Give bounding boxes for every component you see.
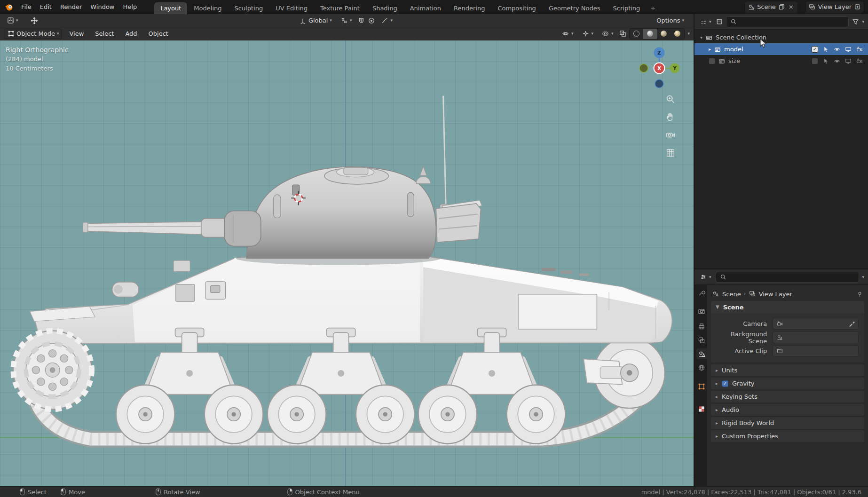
shading-options-chevron[interactable]: ▾ xyxy=(687,32,690,36)
camera-field[interactable] xyxy=(773,318,859,330)
render-disable-camera-icon[interactable] xyxy=(856,46,863,53)
disclosure-icon[interactable]: ▸ xyxy=(709,47,711,52)
transform-orientation-dropdown[interactable]: Global ▾ xyxy=(296,16,335,25)
outliner-row-scene-collection[interactable]: ▾ Scene Collection xyxy=(694,32,868,43)
workspace-tab-scripting[interactable]: Scripting xyxy=(607,2,647,14)
properties-search-input[interactable] xyxy=(730,273,856,281)
scene-name[interactable]: Scene xyxy=(757,3,776,10)
new-view-layer-icon[interactable] xyxy=(854,3,861,10)
hide-eye-icon[interactable] xyxy=(833,57,841,65)
menu-render[interactable]: Render xyxy=(56,1,86,12)
render-disable-camera-icon[interactable] xyxy=(856,57,863,65)
navigation-gizmo[interactable]: Z Y X xyxy=(637,46,681,90)
filter-funnel-icon[interactable] xyxy=(852,18,859,25)
display-mode-icon[interactable] xyxy=(716,18,723,25)
rendered-shading-button[interactable] xyxy=(671,29,684,39)
workspace-tab-layout[interactable]: Layout xyxy=(154,2,187,14)
viewport-canvas[interactable]: Right Orthographic (284) model 10 Centim… xyxy=(0,40,694,486)
workspace-tab-compositing[interactable]: Compositing xyxy=(491,2,542,14)
menu-window[interactable]: Window xyxy=(86,1,118,12)
exclude-checkbox[interactable] xyxy=(812,58,818,64)
outliner-row-model[interactable]: ▸ model ✓ xyxy=(694,43,868,55)
workspace-tab-rendering[interactable]: Rendering xyxy=(448,2,491,14)
exclude-checkbox[interactable]: ✓ xyxy=(812,46,818,53)
add-workspace-button[interactable]: + xyxy=(647,2,659,14)
mode-dropdown[interactable]: Object Mode ▾ xyxy=(4,29,62,39)
outliner-search-input[interactable] xyxy=(740,18,845,26)
workspace-tab-sculpting[interactable]: Sculpting xyxy=(228,2,269,14)
active-clip-field[interactable] xyxy=(773,345,859,357)
tab-render[interactable] xyxy=(696,306,707,316)
breadcrumb-view-layer[interactable]: View Layer xyxy=(759,291,792,298)
background-scene-field[interactable] xyxy=(773,331,859,343)
menu-select[interactable]: Select xyxy=(91,29,118,39)
menu-edit[interactable]: Edit xyxy=(36,1,56,12)
move-tool-icon[interactable] xyxy=(31,17,38,24)
menu-add[interactable]: Add xyxy=(121,29,141,39)
browse-scene-icon[interactable] xyxy=(748,3,755,10)
properties-editor-type-button[interactable]: ▾ xyxy=(698,272,713,282)
panel-audio[interactable]: ▸ Audio xyxy=(711,404,864,416)
proportional-falloff-dropdown[interactable]: ▾ xyxy=(378,16,395,25)
tab-object[interactable] xyxy=(696,381,707,392)
selectable-arrow-icon[interactable] xyxy=(822,46,829,53)
panel-rigid-body-world[interactable]: ▸ Rigid Body World xyxy=(711,417,864,429)
object-visibility-dropdown[interactable]: ▾ xyxy=(559,29,576,39)
snap-target-dropdown[interactable]: ▾ xyxy=(338,16,355,25)
pan-hand-button[interactable] xyxy=(664,111,677,123)
snap-magnet-toggle[interactable] xyxy=(357,17,365,24)
zoom-button[interactable] xyxy=(664,93,677,105)
gravity-checkbox[interactable]: ✓ xyxy=(722,380,728,387)
camera-view-button[interactable] xyxy=(664,129,677,141)
xray-toggle[interactable] xyxy=(619,30,626,38)
tab-texture[interactable] xyxy=(696,403,707,414)
panel-custom-properties[interactable]: ▸ Custom Properties xyxy=(711,430,864,442)
menu-help[interactable]: Help xyxy=(119,1,142,12)
wireframe-shading-button[interactable] xyxy=(630,29,643,39)
gizmos-dropdown[interactable]: ▾ xyxy=(579,29,596,39)
solid-shading-button[interactable] xyxy=(643,29,657,39)
workspace-tab-modeling[interactable]: Modeling xyxy=(188,2,228,14)
overlays-dropdown[interactable]: ▾ xyxy=(599,29,616,39)
exclude-checkbox[interactable] xyxy=(709,58,715,64)
workspace-tab-animation[interactable]: Animation xyxy=(404,2,447,14)
panel-gravity[interactable]: ▸ ✓ Gravity xyxy=(711,378,864,389)
tank-model-render[interactable] xyxy=(0,40,694,486)
unlink-scene-icon[interactable]: × xyxy=(788,3,795,10)
toggle-orthographic-button[interactable] xyxy=(664,147,677,159)
disclosure-icon[interactable]: ▾ xyxy=(700,35,702,40)
panel-keying-sets[interactable]: ▸ Keying Sets xyxy=(711,391,864,402)
pin-icon[interactable] xyxy=(856,290,863,298)
view-layer-name[interactable]: View Layer xyxy=(818,3,852,10)
new-scene-icon[interactable] xyxy=(778,3,785,10)
editor-type-button[interactable]: ▾ xyxy=(4,16,21,25)
breadcrumb-scene[interactable]: Scene xyxy=(722,291,741,298)
tab-world[interactable] xyxy=(696,362,707,373)
hide-eye-icon[interactable] xyxy=(833,46,841,53)
workspace-tab-uv-editing[interactable]: UV Editing xyxy=(269,2,314,14)
workspace-tab-texture-paint[interactable]: Texture Paint xyxy=(314,2,366,14)
outliner-editor-type-button[interactable]: ▾ xyxy=(698,17,713,26)
scene-panel-header[interactable]: ▼ Scene xyxy=(711,301,864,313)
eyedropper-icon[interactable] xyxy=(848,320,855,328)
viewport-disable-monitor-icon[interactable] xyxy=(844,57,852,65)
blender-logo-icon[interactable] xyxy=(4,2,14,12)
viewport-disable-monitor-icon[interactable] xyxy=(844,46,852,53)
menu-object[interactable]: Object xyxy=(144,29,173,39)
selectable-arrow-icon[interactable] xyxy=(822,57,829,65)
tab-tool[interactable] xyxy=(696,287,707,298)
outliner-options-chevron[interactable]: ▾ xyxy=(862,20,864,24)
tab-output[interactable] xyxy=(696,321,707,331)
options-dropdown[interactable]: Options ▾ xyxy=(654,16,687,25)
proportional-editing-toggle[interactable] xyxy=(368,17,375,24)
properties-options-chevron[interactable]: ▾ xyxy=(862,275,864,279)
panel-units[interactable]: ▸ Units xyxy=(711,364,864,376)
menu-view[interactable]: View xyxy=(65,29,88,39)
tab-scene[interactable] xyxy=(696,348,707,359)
workspace-tab-geometry-nodes[interactable]: Geometry Nodes xyxy=(543,2,607,14)
material-shading-button[interactable] xyxy=(657,29,671,39)
workspace-tab-shading[interactable]: Shading xyxy=(366,2,403,14)
menu-file[interactable]: File xyxy=(17,1,36,12)
axis-y-negative-ball[interactable] xyxy=(639,64,648,72)
outliner-row-size[interactable]: size xyxy=(694,55,868,67)
